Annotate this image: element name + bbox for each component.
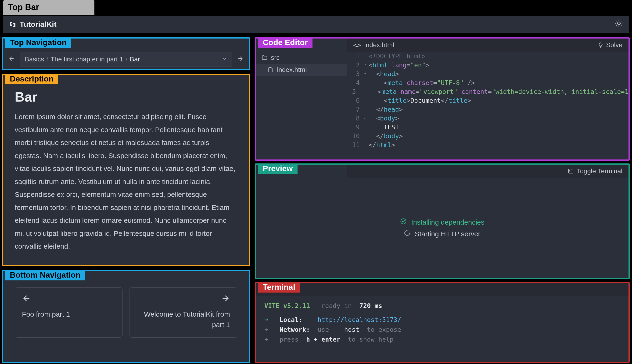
- line-number: 4: [347, 79, 361, 86]
- next-arrow-icon[interactable]: [234, 55, 246, 64]
- code-editor-panel: <> index.html Solve src index.html 1<!DO…: [255, 37, 630, 161]
- status-installing-label: Installing dependencies: [411, 218, 485, 226]
- line-number: 6: [347, 97, 361, 104]
- terminal-icon: [568, 168, 574, 174]
- app-logo[interactable]: TutorialKit: [9, 20, 57, 29]
- app-bar: TutorialKit: [3, 16, 629, 33]
- svg-point-2: [401, 219, 406, 224]
- description-label: Description: [5, 74, 58, 84]
- line-number: 3: [347, 70, 361, 78]
- code-line[interactable]: 3 <head>: [347, 69, 628, 78]
- lightbulb-icon: [598, 42, 604, 48]
- prev-arrow-icon[interactable]: [6, 55, 18, 64]
- code-text[interactable]: <!DOCTYPE html>: [369, 52, 426, 60]
- terminal-label: Terminal: [258, 282, 300, 292]
- svg-point-0: [617, 22, 620, 25]
- bottom-navigation-label: Bottom Navigation: [5, 270, 85, 280]
- code-body[interactable]: 1<!DOCTYPE html>2<html lang="en">3 <head…: [347, 52, 628, 160]
- code-line[interactable]: 9 TEST: [347, 122, 628, 132]
- terminal-network-use: use: [318, 326, 329, 333]
- breadcrumb-separator: /: [126, 56, 128, 63]
- code-line[interactable]: 4 <meta charset="UTF-8" />: [347, 78, 628, 87]
- line-number: 2: [347, 62, 361, 69]
- code-text[interactable]: <title>Document</title>: [369, 97, 471, 104]
- fold-icon[interactable]: [361, 62, 369, 68]
- code-text[interactable]: <body>: [369, 115, 399, 122]
- code-text[interactable]: </html>: [369, 141, 395, 148]
- fold-icon[interactable]: [361, 116, 369, 121]
- code-text[interactable]: TEST: [369, 124, 399, 131]
- tree-folder-name: src: [271, 54, 279, 62]
- line-number: 11: [347, 141, 361, 148]
- status-starting-label: Starting HTTP server: [415, 230, 480, 238]
- breadcrumb-current: Bar: [130, 56, 140, 63]
- code-line[interactable]: 7 </head>: [347, 105, 628, 114]
- breadcrumb-segment-0: Basics: [25, 56, 44, 63]
- preview-panel: Toggle Terminal Installing dependencies …: [255, 164, 630, 279]
- code-line[interactable]: 5 <meta name="viewport" content="width=d…: [347, 87, 628, 96]
- code-text[interactable]: </body>: [369, 132, 403, 140]
- description-panel: Bar Lorem ipsum dolor sit amet, consecte…: [2, 74, 250, 266]
- code-text[interactable]: <head>: [369, 70, 399, 78]
- code-line[interactable]: 1<!DOCTYPE html>: [347, 52, 628, 60]
- terminal-network-hint1: [314, 326, 318, 333]
- terminal-help-prefix: press: [279, 336, 298, 343]
- prev-lesson-label: Foo from part 1: [22, 309, 115, 320]
- terminal-local-label: Local:: [279, 316, 302, 323]
- spinner-icon: [404, 230, 410, 238]
- bottom-navigation-panel: Foo from part 1 Welcome to TutorialKit f…: [2, 270, 250, 363]
- breadcrumb-separator: /: [46, 56, 48, 63]
- terminal-body[interactable]: VITE v5.2.11 ready in 720 ms ➜ Local: ht…: [256, 296, 628, 349]
- code-line[interactable]: 8 <body>: [347, 114, 628, 122]
- code-line[interactable]: 6 <title>Document</title>: [347, 96, 628, 105]
- fold-icon[interactable]: [361, 72, 369, 76]
- next-lesson-card[interactable]: Welcome to TutorialKit from part 1: [129, 288, 237, 338]
- arrow-right-icon: [137, 294, 230, 305]
- code-file-icon: <>: [353, 41, 361, 49]
- line-number: 9: [347, 124, 361, 131]
- code-editor-label: Code Editor: [258, 37, 312, 48]
- terminal-vite: VITE v5.2.11: [264, 302, 310, 309]
- check-circle-icon: [400, 218, 407, 226]
- editor-header: <> index.html Solve: [347, 38, 628, 52]
- toggle-terminal-button[interactable]: Toggle Terminal: [568, 168, 622, 175]
- terminal-panel: VITE v5.2.11 ready in 720 ms ➜ Local: ht…: [255, 282, 630, 363]
- tree-folder[interactable]: src: [256, 52, 347, 64]
- next-lesson-label: Welcome to TutorialKit from part 1: [137, 309, 230, 330]
- prev-lesson-card[interactable]: Foo from part 1: [15, 288, 123, 338]
- description-body: Lorem ipsum dolor sit amet, consectetur …: [15, 110, 237, 253]
- breadcrumb-dropdown[interactable]: Basics / The first chapter in part 1 / B…: [20, 52, 232, 67]
- preview-label: Preview: [258, 164, 297, 174]
- breadcrumb-segment-1: The first chapter in part 1: [51, 56, 123, 63]
- arrow-icon: ➜: [264, 326, 268, 333]
- code-text[interactable]: <meta name="viewport" content="width=dev…: [363, 88, 628, 95]
- svg-rect-1: [569, 169, 573, 173]
- terminal-network-hint2: to expose: [367, 326, 401, 333]
- line-number: 7: [347, 106, 361, 113]
- line-number: 1: [347, 52, 361, 60]
- terminal-local-url[interactable]: http://localhost:5173/: [318, 316, 401, 323]
- line-number: 8: [347, 115, 361, 122]
- code-line[interactable]: 10 </body>: [347, 132, 628, 140]
- code-text[interactable]: </head>: [369, 106, 403, 113]
- terminal-ready-prefix: ready in: [321, 302, 352, 309]
- solve-label: Solve: [606, 41, 622, 49]
- theme-toggle-icon[interactable]: [615, 19, 623, 30]
- code-line[interactable]: 2<html lang="en">: [347, 60, 628, 69]
- status-starting: Starting HTTP server: [404, 230, 480, 238]
- tree-file[interactable]: index.html: [256, 64, 347, 76]
- file-tree: src index.html: [256, 52, 347, 160]
- solve-button[interactable]: Solve: [598, 41, 622, 49]
- file-icon: [268, 67, 274, 73]
- code-text[interactable]: <meta charset="UTF-8" />: [369, 79, 475, 86]
- app-name: TutorialKit: [20, 20, 57, 29]
- code-line[interactable]: 11</html>: [347, 140, 628, 149]
- code-text[interactable]: <html lang="en">: [369, 62, 429, 69]
- terminal-ready-time: [356, 302, 359, 309]
- terminal-network-label: Network:: [279, 326, 310, 333]
- chevron-down-icon: [222, 56, 227, 62]
- tree-file-name: index.html: [277, 66, 307, 74]
- editor-filename: index.html: [364, 41, 394, 49]
- toggle-terminal-label: Toggle Terminal: [577, 168, 622, 175]
- top-navigation-label: Top Navigation: [5, 37, 71, 48]
